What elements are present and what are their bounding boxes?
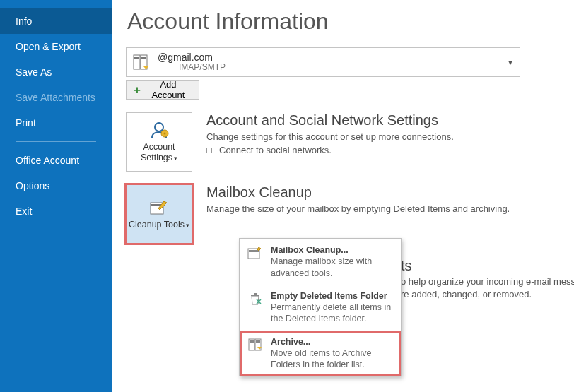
svg-rect-3: [141, 57, 146, 59]
account-protocol: IMAP/SMTP: [179, 63, 226, 73]
backstage-sidebar: Info Open & Export Save As Save Attachme…: [0, 0, 112, 392]
sidebar-label: Options: [16, 180, 49, 191]
svg-rect-17: [256, 340, 260, 343]
peek-line1: o help organize your incoming e-mail mes…: [401, 275, 574, 288]
sidebar-item-exit[interactable]: Exit: [0, 198, 112, 224]
svg-rect-16: [250, 340, 254, 343]
account-settings-tile[interactable]: Account Settings▾: [126, 112, 192, 172]
svg-rect-11: [249, 250, 259, 252]
sidebar-label: Save As: [16, 66, 52, 78]
sidebar-label: Exit: [16, 206, 32, 217]
section-cleanup-desc: Manage the size of your mailbox by empty…: [206, 203, 554, 214]
tile-label: Account Settings▾: [127, 142, 192, 163]
menu-item-title: Archive...: [271, 336, 394, 348]
svg-rect-2: [134, 57, 139, 59]
account-settings-icon: [147, 121, 171, 139]
add-account-label: Add Account: [145, 79, 192, 100]
sidebar-item-print[interactable]: Print: [0, 110, 112, 136]
sidebar-item-save-as[interactable]: Save As: [0, 59, 112, 85]
account-selector[interactable]: @gmail.com IMAP/SMTP ▼: [126, 47, 520, 77]
mailbox-cleanup-icon: [247, 244, 264, 261]
sidebar-label: Office Account: [16, 155, 79, 166]
section-cleanup-title: Mailbox Cleanup: [206, 184, 554, 201]
sidebar-divider: [16, 141, 96, 142]
svg-point-7: [164, 133, 166, 135]
peek-line2: re added, changed, or removed.: [401, 288, 574, 301]
cleanup-tools-icon: [147, 198, 171, 217]
menu-archive[interactable]: Archive... Move old items to Archive Fol…: [240, 331, 401, 376]
bullet-label: Connect to social networks.: [219, 145, 332, 155]
section-cleanup: Cleanup Tools▾ Mailbox Cleanup Manage th…: [126, 184, 554, 244]
peek-title-suffix: ts: [401, 258, 574, 274]
page-title: Account Information: [127, 8, 554, 35]
account-lines: @gmail.com IMAP/SMTP: [158, 52, 226, 73]
caret-down-icon: ▼: [507, 59, 514, 66]
menu-mailbox-cleanup[interactable]: Mailbox Cleanup... Manage mailbox size w…: [240, 239, 401, 285]
sidebar-label: Print: [16, 117, 36, 129]
sidebar-label: Save Attachments: [16, 92, 95, 103]
menu-item-title: Mailbox Cleanup...: [271, 244, 394, 256]
plus-icon: +: [134, 84, 141, 96]
connect-social-link[interactable]: Connect to social networks.: [206, 145, 554, 155]
main-content: Account Information @gmail.com: [112, 0, 574, 392]
svg-rect-12: [251, 295, 259, 296]
sidebar-item-office-account[interactable]: Office Account: [0, 148, 112, 173]
section-social: Account Settings▾ Account and Social Net…: [126, 112, 554, 172]
archive-icon: [247, 336, 264, 353]
trash-icon: [247, 290, 264, 307]
section-social-title: Account and Social Network Settings: [206, 112, 554, 129]
cleanup-tools-tile[interactable]: Cleanup Tools▾: [126, 184, 192, 244]
menu-item-desc: Manage mailbox size with advanced tools.: [271, 256, 394, 279]
sidebar-label: Open & Export: [16, 41, 81, 52]
cleanup-tools-menu: Mailbox Cleanup... Manage mailbox size w…: [239, 238, 402, 376]
mailbox-icon: [132, 53, 151, 71]
menu-item-title: Empty Deleted Items Folder: [271, 290, 394, 302]
section-social-desc: Change settings for this account or set …: [206, 131, 554, 142]
menu-item-desc: Permanently delete all items in the Dele…: [271, 302, 394, 325]
section-rules-peek: ts o help organize your incoming e-mail …: [401, 258, 574, 301]
menu-empty-deleted[interactable]: Empty Deleted Items Folder Permanently d…: [240, 285, 401, 331]
add-account-button[interactable]: + Add Account: [126, 80, 199, 100]
caret-down-icon: ▾: [186, 222, 189, 229]
tile-label: Cleanup Tools▾: [129, 220, 189, 230]
account-email-suffix: @gmail.com: [158, 52, 213, 63]
svg-rect-13: [254, 293, 257, 295]
menu-item-desc: Move old items to Archive Folders in the…: [271, 348, 394, 371]
svg-point-5: [155, 123, 163, 131]
sidebar-item-info[interactable]: Info: [0, 8, 112, 34]
sidebar-item-open-export[interactable]: Open & Export: [0, 34, 112, 59]
sidebar-item-options[interactable]: Options: [0, 173, 112, 198]
caret-down-icon: ▾: [174, 155, 177, 162]
sidebar-label: Info: [16, 16, 32, 27]
sidebar-item-save-attachments: Save Attachments: [0, 85, 112, 110]
